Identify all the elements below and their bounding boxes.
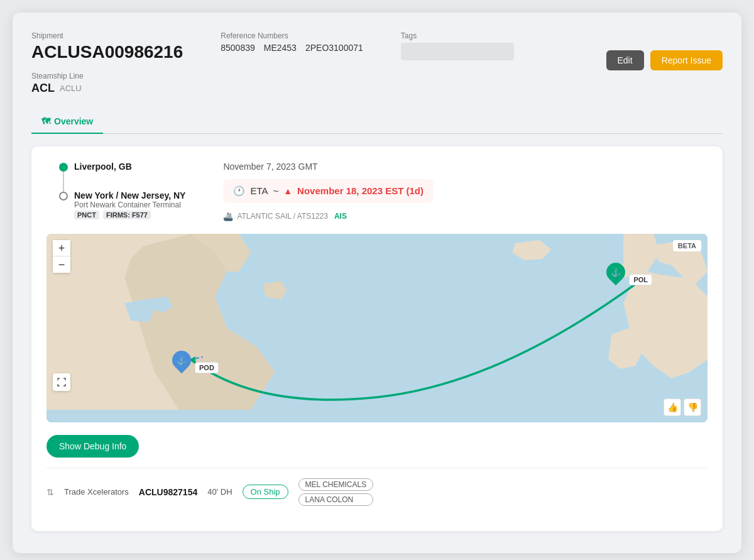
main-card: Liverpool, GB New York / New Jersey, NY …: [31, 146, 723, 531]
header-buttons: Edit Report Issue: [606, 31, 723, 70]
show-debug-button[interactable]: Show Debug Info: [46, 435, 139, 458]
cargo-row: ⇅ Trade Xcelerators ACLU9827154 40' DH O…: [46, 468, 708, 516]
pnct-badge: PNCT: [74, 211, 99, 219]
destination-text: New York / New Jersey, NY Port Newark Co…: [74, 190, 185, 219]
map-background: + − BETA ⚓: [46, 234, 708, 422]
vessel-row: 🚢 ATLANTIC SAIL / ATS1223 AIS: [223, 212, 708, 221]
page-container: Shipment ACLUSA00986216 Steamship Line A…: [13, 13, 741, 553]
tags-input[interactable]: [401, 43, 514, 60]
fullscreen-button[interactable]: [53, 373, 70, 391]
tab-overview-label: Overview: [54, 116, 93, 126]
origin-stop: Liverpool, GB: [59, 162, 185, 172]
anchor-icon: ⚓: [177, 355, 187, 365]
steamship-abbr: ACLU: [60, 84, 82, 93]
ref2: ME2453: [264, 43, 297, 53]
thumbs-up-button[interactable]: 👍: [664, 398, 681, 416]
thumbs-up-icon: 👍: [667, 402, 678, 412]
header-section: Shipment ACLUSA00986216 Steamship Line A…: [31, 31, 723, 95]
eta-label: ETA: [250, 185, 268, 196]
origin-name: Liverpool, GB: [74, 162, 132, 172]
acl-line: ACL ACLU: [31, 82, 183, 95]
tabs-row: 🗺 Overview: [31, 110, 723, 134]
pol-label: POL: [629, 274, 652, 285]
eta-row: 🕐 ETA ~ ▲ November 18, 2023 EST (1d): [223, 179, 434, 203]
eta-tilde: ~: [273, 185, 278, 196]
eta-block: November 7, 2023 GMT 🕐 ETA ~ ▲ November …: [223, 162, 708, 221]
thumbs-down-button[interactable]: 👎: [684, 398, 701, 416]
container-id: ACLU9827154: [139, 487, 197, 497]
on-ship-badge: On Ship: [243, 485, 288, 499]
steamship-code: ACL: [31, 82, 55, 95]
tags-label: Tags: [401, 31, 514, 40]
carrier-name: Trade Xcelerators: [64, 487, 129, 497]
ais-badge[interactable]: AIS: [334, 212, 347, 221]
route-stops: Liverpool, GB New York / New Jersey, NY …: [46, 162, 185, 219]
header-left: Shipment ACLUSA00986216 Steamship Line A…: [31, 31, 514, 95]
route-info: Liverpool, GB New York / New Jersey, NY …: [46, 162, 708, 221]
destination-sub: Port Newark Container Terminal: [74, 200, 185, 209]
zoom-in-button[interactable]: +: [53, 240, 70, 256]
edit-button[interactable]: Edit: [606, 50, 644, 70]
origin-text: Liverpool, GB: [74, 162, 132, 172]
ref-numbers: 8500839 ME2453 2PEO3100071: [221, 43, 363, 53]
container-type: 40' DH: [207, 487, 232, 497]
pod-pin-shape: ⚓: [168, 346, 195, 373]
zoom-controls: + −: [53, 240, 70, 273]
ref1: 8500839: [221, 43, 255, 53]
departure-date: November 7, 2023 GMT: [223, 162, 708, 172]
pol-anchor-icon: ⚓: [611, 267, 621, 277]
reference-block: Reference Numbers 8500839 ME2453 2PEO310…: [221, 31, 363, 95]
tags-block: Tags: [401, 31, 514, 95]
cargo-tag-2: LANA COLON: [298, 493, 374, 506]
fullscreen-icon: [57, 378, 66, 387]
pod-label: POD: [195, 362, 219, 373]
steamship-block: Steamship Line ACL ACLU: [31, 72, 183, 95]
eta-date: November 18, 2023 EST (1d): [297, 185, 423, 196]
thumbs-down-icon: 👎: [687, 402, 698, 412]
shipment-label: Shipment: [31, 31, 183, 40]
ship-icon: 🚢: [223, 212, 233, 221]
shipment-block: Shipment ACLUSA00986216 Steamship Line A…: [31, 31, 183, 95]
report-issue-button[interactable]: Report Issue: [650, 50, 723, 70]
pod-pin: ⚓ POD: [172, 351, 219, 373]
feedback-buttons: 👍 👎: [664, 398, 701, 416]
pol-pin-shape: ⚓: [603, 258, 629, 285]
tab-overview[interactable]: 🗺 Overview: [31, 110, 103, 134]
map-land-svg: [46, 234, 708, 422]
map-container: + − BETA ⚓: [46, 234, 708, 422]
eta-arrow: ▲: [283, 186, 292, 196]
origin-dot: [59, 163, 68, 172]
beta-badge: BETA: [673, 240, 701, 251]
shipment-id: ACLUSA00986216: [31, 41, 183, 63]
destination-dot: [59, 192, 68, 200]
pol-pin: ⚓ POL: [606, 263, 652, 285]
steamship-label: Steamship Line: [31, 72, 183, 80]
pol-pin-marker: ⚓: [606, 263, 626, 285]
cargo-tags: MEL CHEMICALS LANA COLON: [298, 478, 374, 506]
expand-icon[interactable]: ⇅: [46, 487, 54, 497]
reference-label: Reference Numbers: [221, 31, 363, 40]
cargo-tag-1: MEL CHEMICALS: [298, 478, 374, 491]
stop-tags: PNCT FIRMS: F577: [74, 211, 185, 219]
ref3: 2PEO3100071: [305, 43, 363, 53]
map-icon: 🗺: [41, 116, 50, 126]
clock-icon: 🕐: [233, 185, 245, 197]
destination-name: New York / New Jersey, NY: [74, 190, 185, 200]
zoom-out-button[interactable]: −: [53, 256, 70, 273]
pod-pin-marker: ⚓: [172, 351, 192, 373]
destination-stop: New York / New Jersey, NY Port Newark Co…: [59, 190, 185, 219]
vessel-name: ATLANTIC SAIL / ATS1223: [237, 212, 328, 221]
firms-badge: FIRMS: F577: [103, 211, 151, 219]
